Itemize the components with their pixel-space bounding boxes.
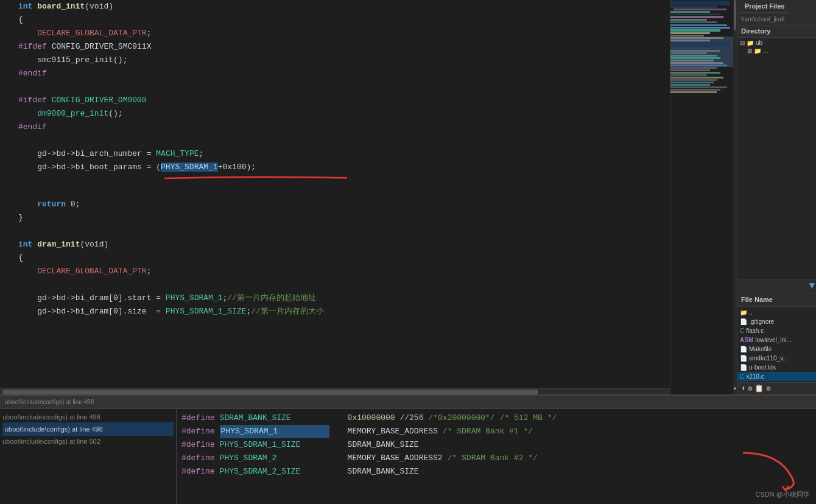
line-content: { bbox=[18, 251, 670, 265]
file-item-label: u-boot.lds bbox=[749, 364, 776, 371]
c-icon-x210c: C bbox=[740, 373, 744, 380]
file-item-dotdot[interactable]: 📁 .. bbox=[737, 308, 816, 317]
file-name-label: File Name bbox=[741, 296, 773, 303]
toolbar-icon-4[interactable]: ⚙ bbox=[766, 384, 770, 393]
define-key-3: PHYS_SDRAM_1_SIZE bbox=[220, 438, 329, 452]
define-kw-4: #define bbox=[181, 452, 215, 465]
line-content: gd->bd->bi_arch_number = MACH_TYPE; bbox=[18, 147, 670, 161]
file-item-label: x210.c bbox=[746, 373, 764, 380]
line-content: #ifdef CONFIG_DRIVER_SMC911X bbox=[18, 40, 670, 54]
folder-icon-dotdot: 📁 bbox=[740, 309, 747, 316]
tree-item-sub[interactable]: ⊞ 📁 ... bbox=[737, 47, 816, 55]
tree-down-arrow[interactable]: ▼ bbox=[809, 281, 815, 292]
code-line-3: DECLARE_GLOBAL_DATA_PTR; bbox=[0, 27, 670, 40]
directory-label: Directory bbox=[741, 27, 770, 35]
define-comment-4: /* SDRAM Bank #2 */ bbox=[448, 452, 538, 465]
minimap-content: ▼ bbox=[670, 0, 737, 394]
define-val-2: MEMORY_BASE_ADDRESS bbox=[348, 425, 438, 438]
line-content bbox=[18, 80, 670, 94]
line-content: dm9000_pre_init(); bbox=[18, 107, 670, 121]
breadcrumb-text: hare\uboot_jiudi bbox=[741, 16, 784, 23]
file-item-makefile[interactable]: 📄 Makefile bbox=[737, 345, 816, 354]
watermark: CSDN @小晓同学 bbox=[756, 490, 810, 499]
file-item-smdkc[interactable]: 📄 smdkc110_v... bbox=[737, 354, 816, 363]
toolbar-icon-3[interactable]: 📋 bbox=[754, 384, 764, 393]
define-kw-5: #define bbox=[181, 465, 215, 478]
tree-sub-label: ... bbox=[763, 47, 768, 54]
minimap-scrollbar[interactable]: ▼ bbox=[733, 0, 737, 394]
file-item-gitignore[interactable]: 📄 .gitignore bbox=[737, 317, 816, 326]
line-content: DECLARE_GLOBAL_DATA_PTR; bbox=[18, 265, 670, 278]
line-content: int board_init(void) bbox=[18, 0, 670, 13]
line-content bbox=[18, 225, 670, 238]
line-content bbox=[18, 134, 670, 147]
tree-nav-arrows: ▼ bbox=[737, 279, 816, 293]
file-item-flashc[interactable]: C flash.c bbox=[737, 326, 816, 335]
code-line-2: { bbox=[0, 13, 670, 27]
line-content: gd->bd->bi_boot_params = (PHYS_SDRAM_1+0… bbox=[18, 161, 670, 174]
line-content: return 0; bbox=[18, 198, 670, 211]
file-item-ubootlds[interactable]: 📄 u-boot.lds bbox=[737, 363, 816, 372]
make-icon-makefile: 📄 bbox=[740, 346, 747, 352]
file-name-header: File Name bbox=[737, 293, 816, 307]
define-key-4: PHYS_SDRAM_2 bbox=[220, 452, 329, 465]
line-content bbox=[18, 184, 670, 198]
bottom-right-wrapper: #define SDRAM_BANK_SIZE 0x10000000 //256… bbox=[177, 409, 816, 504]
scroll-thumb[interactable] bbox=[2, 390, 538, 394]
file-item-x210c[interactable]: C x210.c bbox=[737, 372, 816, 381]
horizontal-scrollbar[interactable] bbox=[0, 388, 670, 394]
toolbar-icon-2[interactable]: ⚙ bbox=[748, 384, 752, 393]
bottom-list-item-3[interactable]: uboot\include\configs) at line 502 bbox=[2, 436, 174, 447]
file-item-label: .. bbox=[749, 309, 753, 316]
define-comment-1: /*0x20000000*/ bbox=[428, 411, 494, 425]
line-content: int dram_init(void) bbox=[18, 238, 670, 251]
bottom-status-bar: uboot\include\configs) at line 498 bbox=[0, 396, 816, 409]
code-line-9: dm9000_pre_init(); bbox=[0, 107, 670, 121]
file-icon-gitignore: 📄 bbox=[740, 318, 747, 325]
line-content bbox=[18, 278, 670, 292]
bottom-list-item-1[interactable]: uboot\include\configs) at line 498 bbox=[2, 411, 174, 422]
asm-icon-lowlevel: ASM bbox=[740, 337, 753, 343]
red-underline-annotation bbox=[18, 174, 670, 183]
folder-icon: 📁 bbox=[747, 40, 754, 46]
code-line-5: smc9115_pre_init(); bbox=[0, 54, 670, 67]
code-line-4: #ifdef CONFIG_DRIVER_SMC911X bbox=[0, 40, 670, 54]
code-lines: int board_init(void) { DECLARE_GLOBAL_DA… bbox=[0, 0, 670, 388]
code-line-8: #ifdef CONFIG_DRIVER_DM9000 bbox=[0, 94, 670, 107]
define-kw-2: #define bbox=[181, 425, 215, 438]
code-line-11 bbox=[0, 134, 670, 147]
editor-area: int board_init(void) { DECLARE_GLOBAL_DA… bbox=[0, 0, 670, 394]
file-item-label: .gitignore bbox=[749, 318, 774, 325]
sidebar-toolbar: ⬆ ⚙ 📋 ⚙ bbox=[737, 382, 816, 394]
directory-header: Directory bbox=[737, 26, 816, 38]
code-line-23: gd->bd->bi_dram[0].size = PHYS_SDRAM_1_S… bbox=[0, 305, 670, 318]
tree-item-root[interactable]: ⊟ 📁 ub bbox=[737, 39, 816, 47]
minimap-scrollbar-thumb[interactable] bbox=[734, 0, 736, 30]
status-text: uboot\include\configs) at line 498 bbox=[5, 399, 94, 405]
file-icon-smdkc: 📄 bbox=[740, 355, 747, 362]
define-line-3: #define PHYS_SDRAM_1_SIZE SDRAM_BANK_SIZ… bbox=[181, 438, 811, 452]
toolbar-icon-1[interactable]: ⬆ bbox=[741, 384, 745, 393]
bottom-right-panel: #define SDRAM_BANK_SIZE 0x10000000 //256… bbox=[177, 409, 816, 481]
define-kw-1: #define bbox=[181, 411, 215, 425]
define-line-1: #define SDRAM_BANK_SIZE 0x10000000 //256… bbox=[181, 411, 811, 425]
collapse-icon: ⊟ bbox=[740, 40, 745, 46]
line-content: DECLARE_GLOBAL_DATA_PTR; bbox=[18, 27, 670, 40]
bottom-panel: uboot\include\configs) at line 498 uboot… bbox=[0, 394, 816, 504]
define-comment-3: /* SDRAM Bank #1 */ bbox=[443, 425, 533, 438]
code-line-16: } bbox=[0, 211, 670, 225]
code-line-7 bbox=[0, 80, 670, 94]
file-item-label: lowlevel_ini... bbox=[755, 337, 791, 343]
line-content: { bbox=[18, 13, 670, 27]
define-key-1: SDRAM_BANK_SIZE bbox=[220, 411, 329, 425]
file-item-lowlevel[interactable]: ASM lowlevel_ini... bbox=[737, 335, 816, 345]
define-val-5: SDRAM_BANK_SIZE bbox=[348, 465, 419, 478]
c-icon-flashc: C bbox=[740, 327, 744, 334]
define-val-3: SDRAM_BANK_SIZE bbox=[348, 438, 419, 452]
bottom-list-item-2[interactable]: uboot\include\configs) at line 498 bbox=[2, 422, 174, 436]
project-sidebar: Project Files hare\uboot_jiudi Directory… bbox=[737, 0, 816, 394]
scroll-down-arrow[interactable]: ▼ bbox=[734, 386, 737, 391]
define-comment-2: /* 512 MB */ bbox=[500, 411, 557, 425]
line-content: } bbox=[18, 211, 670, 225]
code-line-20: DECLARE_GLOBAL_DATA_PTR; bbox=[0, 265, 670, 278]
